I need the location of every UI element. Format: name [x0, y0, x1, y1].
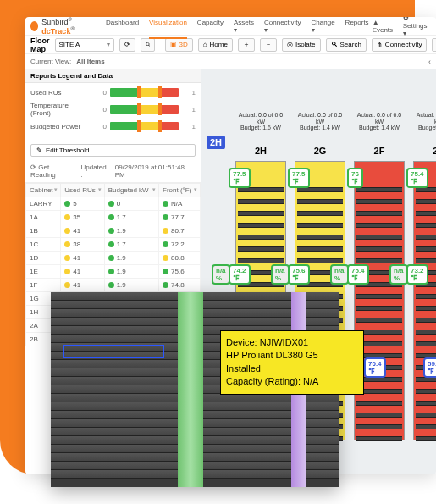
- rack-kw: Actual: 0.0 of 6.0 kWBudget: 1.6 kW: [235, 112, 286, 131]
- tooltip-line: Capacity (Rating): N/A: [226, 375, 358, 388]
- 3d-button[interactable]: ▣3D: [165, 38, 193, 52]
- tooltip-line: Installed: [226, 363, 358, 375]
- bar-label: Temperature (Front): [30, 102, 90, 117]
- zoom-in-button[interactable]: ＋: [238, 38, 255, 52]
- bar-max: 1: [182, 106, 196, 114]
- measure-button[interactable]: 📏︎Measure: [432, 38, 436, 52]
- rack-id: 2F: [354, 146, 405, 156]
- search-icon: 🔍︎: [331, 41, 338, 48]
- rack-id: 2G: [295, 146, 345, 156]
- zoom-out-button[interactable]: －: [260, 38, 277, 52]
- rack-id: 2E: [413, 146, 436, 156]
- current-view-value: All Items: [76, 58, 104, 65]
- temp-badge-top: 76℉: [347, 168, 363, 188]
- bar-max: 1: [182, 89, 196, 97]
- table-row[interactable]: 1B411.980.7: [26, 224, 201, 238]
- legend-bars: Used RUs 0 1 Temperature (Front) 0 1 Bud…: [25, 83, 201, 141]
- bar-label: Budgeted Power: [30, 123, 90, 130]
- temp-badge-mid: 74.2℉: [229, 264, 251, 285]
- rack-body: [413, 161, 436, 440]
- link-icon: ⋔: [377, 41, 383, 48]
- home-icon: ⌂: [203, 41, 207, 48]
- rack-kw: Actual: 0.0 of 6.0 kWBudget: 1.4 kW: [295, 112, 345, 131]
- view-row: Current View: All Items ‹: [25, 54, 436, 69]
- green-column: [178, 292, 203, 487]
- rack-kw: Actual: 0.0 of 6.0 kWBudget: 1.4 kW: [354, 112, 405, 131]
- current-view-label: Current View:: [30, 58, 71, 65]
- home-button[interactable]: ⌂Home: [198, 38, 233, 52]
- col-used-rus[interactable]: Used RUs: [61, 184, 104, 197]
- col-front[interactable]: Front (°F): [159, 184, 201, 197]
- hum-badge: n/a%: [212, 264, 230, 285]
- rack-2F[interactable]: Actual: 0.0 of 6.0 kWBudget: 1.4 kW2F76℉…: [354, 137, 405, 440]
- bell-icon: ▲: [373, 19, 379, 26]
- temp-badge-top: 77.5℉: [229, 168, 251, 188]
- rack-body: [354, 161, 405, 440]
- bar-min: 0: [93, 123, 107, 130]
- rack-kw: Actual: 0.0 of 6.0 kWBudget: 2.0 kW: [413, 112, 436, 131]
- table-row[interactable]: LARRY50N/A: [26, 197, 201, 211]
- bar-min: 0: [93, 106, 107, 114]
- nav-events[interactable]: ▲ Events: [373, 19, 395, 34]
- col-cabinet[interactable]: Cabinet: [26, 184, 61, 197]
- bar-track[interactable]: [110, 122, 179, 130]
- refresh-button[interactable]: ⟳: [119, 38, 135, 52]
- table-row[interactable]: 1A351.777.7: [26, 211, 201, 224]
- bar-budgeted: Budgeted Power 0 1: [30, 122, 196, 130]
- site-select[interactable]: SITE A: [55, 38, 114, 52]
- refresh-icon: ⟳: [124, 41, 130, 48]
- connectivity-button[interactable]: ⋔Connectivity: [372, 38, 428, 52]
- hum-badge: n/a%: [389, 264, 408, 285]
- table-row[interactable]: 1C381.772.2: [26, 238, 201, 252]
- device-tooltip: Device: NJIWIDX01 HP Proliant DL380 G5 I…: [220, 330, 364, 395]
- minus-icon: －: [265, 40, 272, 49]
- nav-assets[interactable]: Assets ▾: [234, 19, 254, 34]
- temp-badge-mid: 73.2℉: [406, 264, 428, 285]
- nav-change[interactable]: Change ▾: [312, 19, 335, 34]
- search-button[interactable]: 🔍︎Search: [326, 38, 367, 52]
- nav-connectivity[interactable]: Connectivity ▾: [264, 19, 301, 34]
- target-icon: ◎: [287, 41, 293, 48]
- topbar: Sunbird® dcTrack® Dashboard Visualizatio…: [25, 17, 436, 36]
- brand: Sunbird® dcTrack®: [41, 17, 92, 36]
- nav-reports[interactable]: Reports: [345, 19, 369, 34]
- bar-track[interactable]: [110, 105, 179, 114]
- col-budgeted[interactable]: Budgeted kW: [104, 184, 158, 197]
- updated-ts: 09/29/2019 at 01:51:48 PM: [115, 163, 196, 179]
- print-icon: ⎙: [146, 41, 150, 48]
- rack-2E[interactable]: Actual: 0.0 of 6.0 kWBudget: 2.0 kW2E75.…: [413, 137, 436, 440]
- floor-map-label: Floor Map: [30, 36, 50, 53]
- temp-badge-bot: 70.4℉: [364, 357, 386, 378]
- hum-badge: n/a%: [271, 264, 290, 285]
- legend-header: Reports Legend and Data: [25, 69, 201, 83]
- plus-icon: ＋: [243, 40, 250, 49]
- cube-icon: ▣: [170, 41, 177, 48]
- temp-badge-top: 77.5℉: [288, 168, 310, 188]
- updated-label: Updated :: [80, 163, 109, 179]
- selected-device-box[interactable]: [63, 345, 164, 358]
- temp-badge-bot: 59.7℉: [423, 357, 436, 378]
- brand-2: dcTrack: [41, 27, 70, 36]
- nav-capacity[interactable]: Capacity: [197, 19, 224, 34]
- main-nav: Dashboard Visualization Capacity Assets …: [106, 19, 369, 34]
- nav-right: ▲ Events ✿ Settings ▾: [373, 17, 431, 37]
- nav-visualization[interactable]: Visualization: [149, 19, 187, 34]
- bar-label: Used RUs: [30, 89, 90, 97]
- bar-track[interactable]: [110, 88, 179, 97]
- nav-settings[interactable]: ✿ Settings ▾: [403, 17, 431, 37]
- pencil-icon: ✎: [36, 147, 42, 154]
- rack-id: 2H: [235, 146, 286, 156]
- collapse-icon[interactable]: ‹: [428, 58, 431, 66]
- logo-icon: [30, 21, 38, 31]
- print-button[interactable]: ⎙: [141, 38, 155, 52]
- edit-threshold-button[interactable]: ✎Edit Threshold: [30, 144, 196, 157]
- tooltip-line: HP Proliant DL380 G5: [226, 349, 358, 362]
- temp-badge-mid: 75.6℉: [288, 264, 310, 285]
- nav-dashboard[interactable]: Dashboard: [106, 19, 139, 34]
- isolate-button[interactable]: ◎Isolate: [282, 38, 321, 52]
- table-row[interactable]: 1D411.980.8: [26, 252, 201, 265]
- get-reading-link[interactable]: ⟳ Get Reading: [30, 163, 75, 179]
- table-row[interactable]: 1E411.975.6: [26, 265, 201, 279]
- bar-max: 1: [182, 123, 196, 130]
- table-row[interactable]: 1F411.974.8: [26, 279, 201, 292]
